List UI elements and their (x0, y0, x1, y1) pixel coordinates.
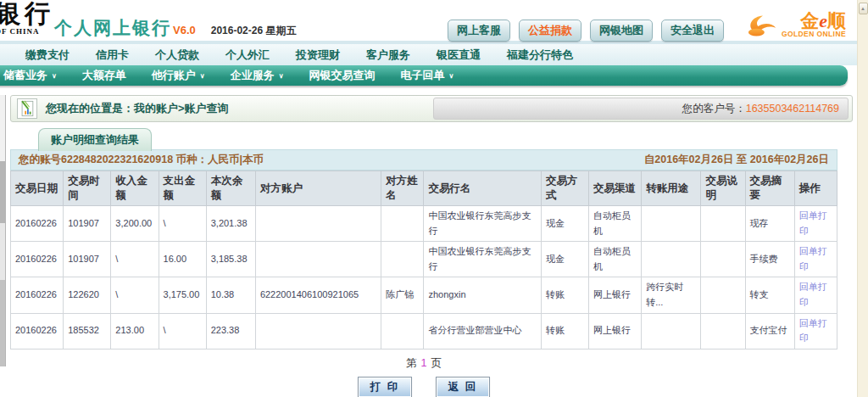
table-cell (255, 206, 381, 242)
primary-nav-item[interactable]: 银医直通 (437, 48, 481, 63)
bank-logo: 银行 OF CHINA (0, 1, 54, 36)
top-header: 银行 OF CHINA 个人网上银行 V6.0 2016-02-26 星期五 网… (0, 0, 868, 44)
back-button[interactable]: 返 回 (436, 377, 490, 397)
customer-number-box: 您的客户号： 1635503462114769 (433, 98, 849, 120)
chevron-down-icon: ∨ (279, 72, 284, 80)
table-row: 201602261019073,200.00\3,201.38中国农业银行东莞高… (11, 206, 837, 242)
primary-nav-item[interactable]: 客户服务 (366, 48, 410, 63)
table-row: 20160226122620\3,175.0010.38622200140610… (11, 277, 837, 313)
table-row: 20160226101907\16.003,185.38中国农业银行东莞高步支行… (11, 242, 837, 277)
table-cell: 中国农业银行东莞高步支行 (424, 242, 541, 277)
header-right: 网上客服公益捐款网银地图安全退出 金e顺 GOLDEN ONLINE (448, 7, 846, 41)
receipt-print-link[interactable]: 回单打印 (799, 246, 827, 271)
current-date: 2016-02-26 星期五 (211, 24, 297, 38)
column-header: 交易摘要 (745, 171, 794, 206)
column-header: 交易说明 (701, 171, 745, 206)
table-cell (255, 242, 381, 277)
table-cell: 20160226 (11, 242, 64, 277)
column-header: 对方姓名 (381, 171, 424, 206)
splitter-segment (0, 223, 5, 280)
table-cell (701, 277, 745, 313)
secondary-nav-item[interactable]: 企业服务∨ (231, 68, 284, 83)
quick-button[interactable]: 网上客服 (448, 20, 510, 42)
scrollbar-up-arrow-icon[interactable]: ▲ (859, 3, 868, 14)
secondary-nav-item[interactable]: 大额存单 (82, 68, 126, 83)
table-cell: 转账 (541, 277, 588, 313)
action-buttons: 打 印 返 回 (10, 377, 837, 397)
account-info-bar: 您的账号6228482022321620918 币种：人民币|本币 自2016年… (10, 149, 837, 171)
customer-number-label: 您的客户号： (682, 102, 746, 116)
quick-button[interactable]: 公益捐款 (519, 20, 581, 42)
splitter-segment (0, 161, 5, 223)
primary-nav-item[interactable]: 个人贷款 (155, 48, 199, 63)
receipt-print-link[interactable]: 回单打印 (799, 282, 827, 307)
quick-button[interactable]: 网银地图 (590, 20, 653, 42)
table-cell: 跨行实时转... (642, 277, 701, 313)
column-header: 交易方式 (541, 171, 588, 206)
secondary-nav: 储蓄业务∨大额存单他行账户∨企业服务∨网银交易查询电子回单∨ (0, 65, 848, 86)
bank-logo-cn: 银行 (0, 1, 54, 26)
table-cell: 223.38 (206, 313, 255, 349)
table-cell: 自动柜员机 (589, 242, 642, 277)
brand-subtitle: GOLDEN ONLINE (782, 30, 846, 38)
table-cell: 6222001406100921065 (255, 277, 381, 313)
column-header: 交易日期 (11, 171, 64, 206)
table-cell: zhongxin (424, 277, 541, 313)
tab-account-detail-result[interactable]: 账户明细查询结果 (38, 128, 152, 151)
table-cell (255, 313, 381, 349)
table-cell: 陈广锦 (381, 277, 424, 313)
secondary-nav-item[interactable]: 储蓄业务∨ (3, 68, 57, 83)
brand-name: 金e顺 (800, 13, 846, 30)
table-cell: 手续费 (745, 242, 794, 277)
secondary-nav-item[interactable]: 他行账户∨ (152, 68, 205, 83)
column-header: 本次余额 (206, 171, 255, 206)
document-paperclip-icon (17, 98, 37, 119)
pagination: 第1页 (10, 356, 837, 371)
main-content: 您现在的位置是：我的账户>账户查询 您的客户号： 163550346211476… (10, 95, 853, 397)
table-cell: 122620 (64, 277, 111, 313)
quick-button[interactable]: 安全退出 (661, 20, 724, 42)
table-cell: 转账 (541, 313, 588, 349)
breadcrumb-bar: 您现在的位置是：我的账户>账户查询 您的客户号： 163550346211476… (10, 95, 853, 122)
table-cell: \ (111, 242, 159, 277)
brand-texts: 金e顺 GOLDEN ONLINE (782, 13, 846, 38)
receipt-print-link[interactable]: 回单打印 (799, 210, 827, 236)
customer-number-value: 1635503462114769 (746, 103, 839, 115)
column-header: 转账用途 (642, 171, 701, 206)
vertical-scrollbar[interactable]: ▲ (857, 0, 868, 397)
secondary-nav-item[interactable]: 电子回单∨ (401, 68, 454, 83)
page-number: 1 (421, 357, 427, 369)
table-cell: 16.00 (159, 242, 206, 277)
table-cell: 3,201.38 (206, 206, 255, 242)
table-cell: \ (111, 277, 159, 313)
table-cell: 网上银行 (589, 313, 642, 349)
table-cell (701, 206, 745, 242)
primary-nav-item[interactable]: 缴费支付 (25, 48, 70, 63)
primary-nav-item[interactable]: 福建分行特色 (507, 48, 573, 63)
bank-logo-sub: OF CHINA (0, 27, 54, 36)
table-cell (381, 313, 424, 349)
receipt-print-link[interactable]: 回单打印 (799, 318, 827, 344)
table-cell: 省分行营业部营业中心 (424, 313, 541, 349)
page-suffix: 页 (431, 357, 442, 369)
primary-nav-item[interactable]: 信用卡 (96, 48, 129, 63)
account-number-currency: 您的账号6228482022321620918 币种：人民币|本币 (19, 153, 264, 167)
primary-nav-item[interactable]: 投资理财 (296, 48, 340, 63)
primary-nav-item[interactable]: 个人外汇 (225, 48, 270, 63)
secondary-nav-item[interactable]: 网银交易查询 (309, 68, 376, 83)
table-cell: 185532 (64, 313, 111, 349)
table-header-row: 交易日期交易时间收入金额支出金额本次余额对方账户对方姓名交易行名交易方式交易渠道… (11, 171, 837, 206)
table-cell (701, 313, 745, 349)
table-cell: 20160226 (11, 277, 64, 313)
table-cell: 101907 (64, 242, 111, 277)
table-cell: 回单打印 (794, 277, 837, 313)
brand-name-pre: 金 (800, 10, 819, 31)
table-cell: 现金 (541, 242, 588, 277)
table-cell (642, 206, 701, 242)
print-button[interactable]: 打 印 (358, 377, 412, 397)
table-cell: 20160226 (11, 313, 64, 349)
quick-buttons: 网上客服公益捐款网银地图安全退出 (448, 20, 724, 42)
table-cell: 回单打印 (794, 242, 837, 277)
collapsed-sidebar-splitter[interactable] (0, 95, 6, 366)
table-cell: \ (159, 206, 206, 242)
